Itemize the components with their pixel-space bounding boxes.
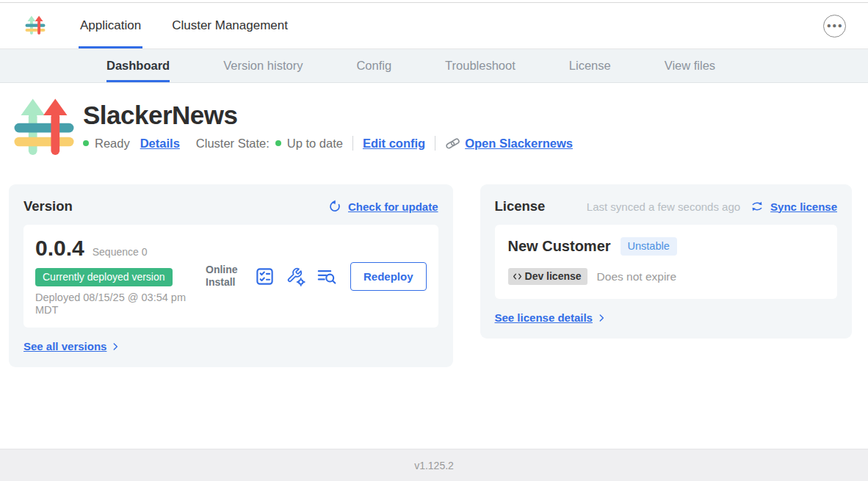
app-status-text: Ready bbox=[95, 137, 130, 151]
code-brackets-icon bbox=[513, 272, 522, 281]
ellipsis-icon: ●●● bbox=[826, 22, 844, 29]
chevron-right-icon bbox=[110, 341, 120, 352]
edit-config-link[interactable]: Edit config bbox=[363, 137, 425, 151]
subnav-version-history-label: Version history bbox=[223, 59, 303, 73]
dashboard-cards: Version Check for update bbox=[0, 184, 868, 367]
subnav-tab-license[interactable]: License bbox=[569, 49, 611, 82]
version-number: 0.0.4 bbox=[35, 236, 84, 261]
cluster-status-dot bbox=[275, 140, 281, 146]
see-license-details-link[interactable]: See license details bbox=[495, 311, 593, 324]
check-for-update-link[interactable]: Check for update bbox=[348, 200, 438, 213]
license-type-label: Dev license bbox=[525, 270, 582, 282]
license-card: License Last synced a few seconds ago Sy… bbox=[480, 184, 852, 339]
subnav-license-label: License bbox=[569, 59, 611, 73]
subnav-tab-config[interactable]: Config bbox=[356, 49, 391, 82]
sequence-label: Sequence 0 bbox=[93, 246, 148, 258]
admin-console-page: Application Cluster Management ●●● Dashb… bbox=[0, 0, 868, 481]
deployed-timestamp: Deployed 08/15/25 @ 03:54 pm MDT bbox=[35, 292, 192, 317]
license-panel: New Customer Unstable Dev license bbox=[495, 225, 837, 299]
app-status-row: Ready Details Cluster State: Up to date … bbox=[83, 136, 573, 151]
console-footer: v1.125.2 bbox=[0, 449, 868, 481]
subnav-tab-troubleshoot[interactable]: Troubleshoot bbox=[445, 49, 516, 82]
open-app-link[interactable]: Open Slackernews bbox=[465, 137, 573, 151]
overflow-menu-button[interactable]: ●●● bbox=[823, 15, 846, 37]
current-version-panel: 0.0.4 Sequence 0 Currently deployed vers… bbox=[23, 225, 438, 328]
tab-application[interactable]: Application bbox=[79, 3, 142, 48]
refresh-icon bbox=[328, 200, 341, 213]
subnav-tab-view-files[interactable]: View files bbox=[665, 49, 715, 82]
license-card-title: License bbox=[495, 198, 546, 214]
subnav-dashboard-label: Dashboard bbox=[106, 59, 170, 73]
top-nav: Application Cluster Management ●●● bbox=[0, 3, 868, 49]
console-version: v1.125.2 bbox=[414, 460, 454, 471]
install-type-label: Online Install bbox=[206, 264, 244, 289]
app-header: SlackerNews Ready Details Cluster State:… bbox=[0, 83, 868, 163]
subnav-config-label: Config bbox=[356, 59, 391, 73]
divider bbox=[352, 136, 353, 151]
divider bbox=[435, 136, 435, 151]
sync-license-link[interactable]: Sync license bbox=[770, 200, 837, 213]
replicated-logo-icon[interactable] bbox=[24, 14, 46, 37]
slackernews-app-icon bbox=[11, 94, 77, 163]
details-link[interactable]: Details bbox=[140, 137, 180, 151]
tab-cluster-management[interactable]: Cluster Management bbox=[170, 3, 289, 48]
subnav-troubleshoot-label: Troubleshoot bbox=[445, 59, 516, 73]
license-type-badge: Dev license bbox=[508, 268, 587, 285]
view-logs-icon[interactable] bbox=[317, 267, 336, 286]
chevron-right-icon bbox=[596, 313, 607, 323]
page-title: SlackerNews bbox=[83, 98, 573, 132]
link-chain-icon bbox=[445, 136, 460, 151]
subnav-view-files-label: View files bbox=[665, 59, 715, 73]
top-nav-tabs: Application Cluster Management bbox=[79, 3, 289, 48]
version-card: Version Check for update bbox=[9, 184, 453, 367]
tab-application-label: Application bbox=[80, 18, 141, 33]
app-status-dot bbox=[83, 140, 89, 146]
last-synced-text: Last synced a few seconds ago bbox=[587, 200, 740, 213]
version-card-title: Version bbox=[23, 198, 73, 214]
subnav-tab-dashboard[interactable]: Dashboard bbox=[106, 49, 170, 82]
redeploy-button[interactable]: Redeploy bbox=[350, 262, 427, 291]
license-expiry-text: Does not expire bbox=[597, 270, 677, 283]
customer-name: New Customer bbox=[508, 238, 611, 255]
cluster-state-text: Up to date bbox=[287, 137, 343, 151]
preflight-checks-icon[interactable] bbox=[255, 267, 275, 286]
cluster-state-label: Cluster State: bbox=[196, 137, 270, 151]
see-all-versions-link[interactable]: See all versions bbox=[23, 340, 106, 352]
dashboard-main: SlackerNews Ready Details Cluster State:… bbox=[0, 83, 868, 449]
subnav-tab-version-history[interactable]: Version history bbox=[223, 49, 303, 82]
tab-cluster-management-label: Cluster Management bbox=[172, 18, 288, 33]
configure-wrench-icon[interactable] bbox=[286, 267, 305, 286]
channel-badge: Unstable bbox=[621, 237, 677, 256]
app-subnav: Dashboard Version history Config Trouble… bbox=[0, 49, 868, 83]
sync-arrows-icon bbox=[751, 200, 764, 213]
deployed-badge: Currently deployed version bbox=[35, 268, 173, 286]
